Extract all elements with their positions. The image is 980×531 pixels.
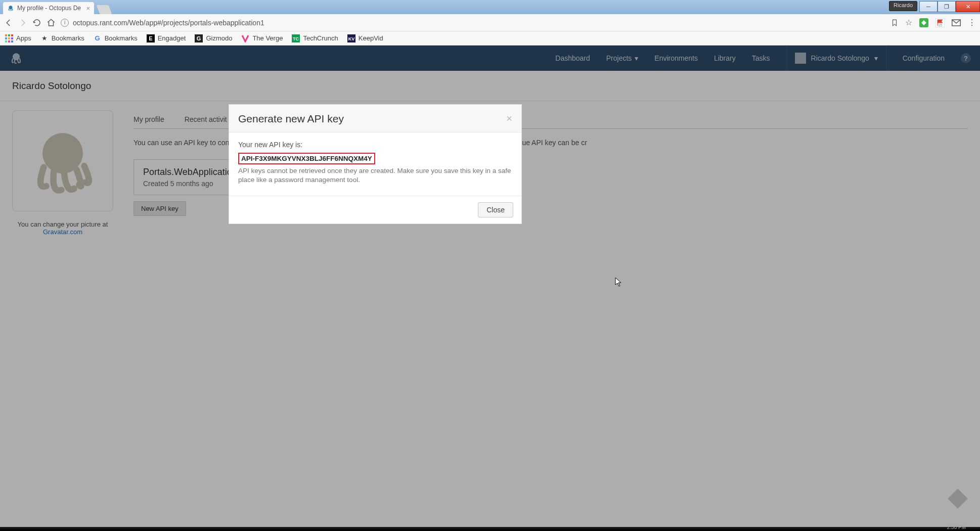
bookmark-item[interactable]: The Verge xyxy=(241,34,283,42)
modal-footer: Close xyxy=(229,196,521,224)
reload-button[interactable] xyxy=(32,18,41,27)
site-info-icon[interactable]: i xyxy=(61,19,69,27)
api-key-modal: Generate new API key × Your new API key … xyxy=(229,104,522,224)
browser-tab-strip: My profile - Octopus De × xyxy=(0,0,110,14)
address-bar[interactable]: i octopus.rant.com/Web/app#/projects/por… xyxy=(61,19,886,27)
url-text: octopus.rant.com/Web/app#/projects/porta… xyxy=(73,19,264,27)
verge-icon xyxy=(241,34,249,42)
modal-header: Generate new API key × xyxy=(229,105,521,132)
modal-body: Your new API key is: API-F3X9MKGYVNX3BLJ… xyxy=(229,132,521,196)
window-close-button[interactable]: ✕ xyxy=(956,1,980,12)
bookmark-item[interactable]: TCTechCrunch xyxy=(292,34,338,42)
svg-text:TC: TC xyxy=(293,36,299,41)
svg-text:15: 15 xyxy=(938,23,942,27)
back-button[interactable] xyxy=(4,18,13,27)
keepvid-icon: KV xyxy=(347,34,355,42)
home-button[interactable] xyxy=(47,18,56,27)
page-viewport: Dashboard Projects▾ Environments Library… xyxy=(0,46,980,531)
bookmark-item[interactable]: KVKeepVid xyxy=(347,34,383,42)
save-page-icon[interactable] xyxy=(891,19,898,27)
modal-help-text: API keys cannot be retrieved once they a… xyxy=(238,166,512,185)
browser-toolbar: i octopus.rant.com/Web/app#/projects/por… xyxy=(0,14,980,31)
bookmarks-bar: Apps ★Bookmarks GBookmarks EEngadget GGi… xyxy=(0,31,980,46)
apps-button[interactable]: Apps xyxy=(5,34,31,42)
bookmark-item[interactable]: ★Bookmarks xyxy=(40,34,84,42)
window-minimize-button[interactable]: ─ xyxy=(919,1,938,12)
new-tab-button[interactable] xyxy=(97,5,112,14)
bookmark-item[interactable]: GBookmarks xyxy=(94,34,138,42)
windows-titlebar: My profile - Octopus De × Ricardo ─ ❐ ✕ xyxy=(0,0,980,14)
octopus-favicon-icon xyxy=(7,5,14,12)
browser-tab-title: My profile - Octopus De xyxy=(17,5,81,12)
api-key-value[interactable]: API-F3X9MKGYVNX3BLJ6FF6NNQXM4Y xyxy=(238,153,375,164)
svg-text:G: G xyxy=(197,35,201,41)
mail-icon[interactable] xyxy=(952,19,961,26)
modal-close-button[interactable]: Close xyxy=(478,202,513,217)
star-icon: ★ xyxy=(40,34,49,42)
techcrunch-icon: TC xyxy=(292,34,300,42)
apps-label: Apps xyxy=(16,34,31,42)
google-g-icon: G xyxy=(94,34,102,42)
bookmark-star-icon[interactable]: ☆ xyxy=(905,18,912,27)
bookmark-item[interactable]: GGizmodo xyxy=(195,34,232,42)
tab-close-icon[interactable]: × xyxy=(86,5,90,12)
chrome-menu-icon[interactable]: ⋮ xyxy=(968,18,976,27)
window-maximize-button[interactable]: ❐ xyxy=(938,1,956,12)
bookmark-item[interactable]: EEngadget xyxy=(147,34,186,42)
gizmodo-icon: G xyxy=(195,34,203,42)
windows-user-badge: Ricardo xyxy=(889,1,917,11)
extension-flag-icon[interactable]: 15 xyxy=(936,18,945,27)
modal-intro-text: Your new API key is: xyxy=(238,141,512,149)
svg-text:E: E xyxy=(149,35,152,41)
svg-text:KV: KV xyxy=(348,36,355,41)
apps-grid-icon xyxy=(5,34,13,42)
extension-green-icon[interactable] xyxy=(919,18,928,27)
svg-point-0 xyxy=(9,6,13,9)
browser-tab-active[interactable]: My profile - Octopus De × xyxy=(3,2,94,14)
modal-close-icon[interactable]: × xyxy=(506,113,512,124)
engadget-icon: E xyxy=(147,34,155,42)
forward-button[interactable] xyxy=(18,18,27,27)
modal-title: Generate new API key xyxy=(238,113,344,125)
mouse-cursor-icon xyxy=(615,277,622,287)
